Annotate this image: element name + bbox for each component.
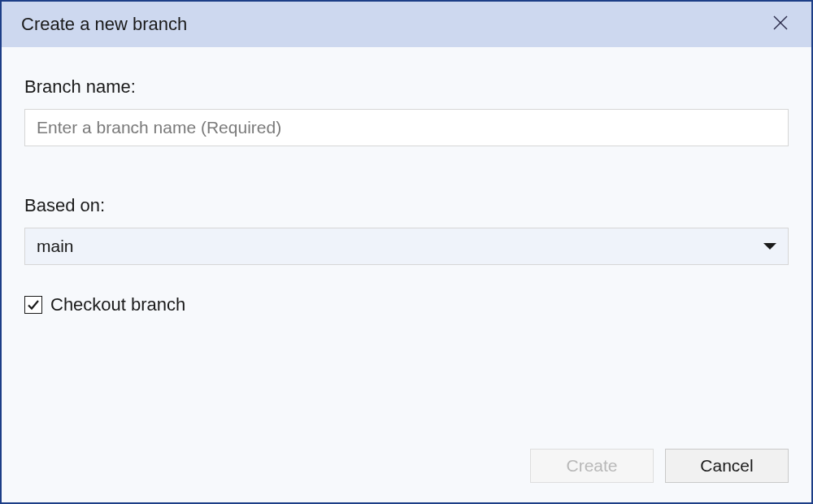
- svg-marker-2: [763, 243, 776, 250]
- cancel-button[interactable]: Cancel: [665, 449, 789, 483]
- chevron-down-icon: [763, 239, 776, 254]
- close-icon: [772, 15, 789, 34]
- check-icon: [27, 298, 40, 311]
- checkout-branch-label: Checkout branch: [50, 294, 185, 315]
- new-branch-dialog: Create a new branch Branch name: Based o…: [0, 0, 813, 504]
- based-on-dropdown[interactable]: main: [24, 228, 789, 265]
- based-on-value: main: [37, 237, 74, 256]
- checkbox-box: [24, 296, 42, 314]
- dialog-content: Branch name: Based on: main Checkout bra…: [2, 47, 811, 449]
- titlebar: Create a new branch: [2, 2, 811, 47]
- create-button[interactable]: Create: [530, 449, 654, 483]
- branch-name-input[interactable]: [24, 109, 789, 146]
- dialog-title: Create a new branch: [21, 14, 187, 35]
- branch-name-label: Branch name:: [24, 76, 789, 98]
- close-button[interactable]: [766, 10, 795, 39]
- dialog-footer: Create Cancel: [2, 449, 811, 502]
- based-on-label: Based on:: [24, 195, 789, 216]
- checkout-branch-checkbox[interactable]: Checkout branch: [24, 294, 789, 315]
